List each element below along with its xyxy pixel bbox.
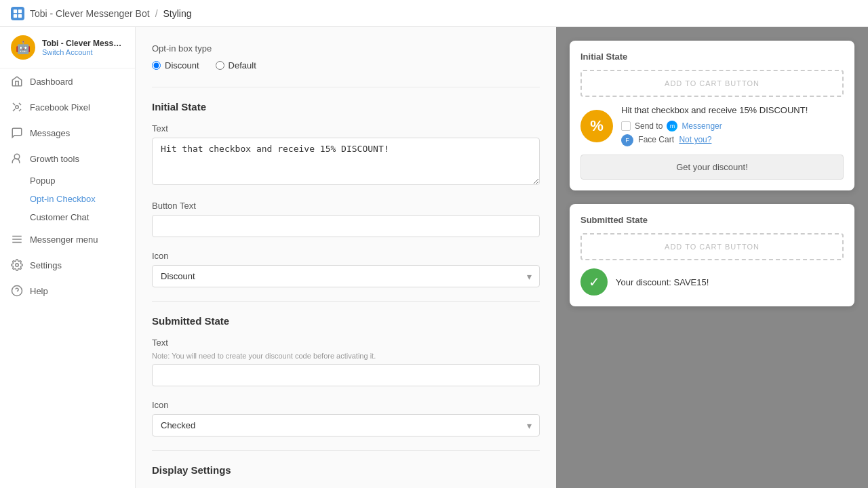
svg-rect-0 <box>14 9 17 12</box>
messenger-check-row: Send to m Messenger <box>621 121 808 131</box>
initial-icon-group: Icon Discount Gift Star <box>152 251 540 287</box>
submitted-icon-group: Icon Checked Star Gift <box>152 400 540 436</box>
sidebar-item-growth-tools[interactable]: Growth tools <box>0 146 135 171</box>
display-settings-title: Display Settings <box>152 464 540 476</box>
avatar: 🤖 <box>11 35 35 60</box>
initial-button-text-label: Button Text <box>152 201 540 211</box>
submitted-text-group: Text Note: You will need to create your … <box>152 338 540 386</box>
sidebar-item-settings[interactable]: Settings <box>0 252 135 278</box>
radio-default[interactable]: Default <box>216 60 256 70</box>
home-icon <box>11 75 23 87</box>
sidebar-label-facebook-pixel: Facebook Pixel <box>30 102 90 113</box>
preview-panel: Initial State ADD TO CART BUTTON % Hit t… <box>556 27 868 488</box>
sidebar-label-messages: Messages <box>30 128 70 138</box>
svg-rect-2 <box>14 14 17 17</box>
sidebar-item-dashboard[interactable]: Dashboard <box>0 68 135 94</box>
topbar-bot-name: Tobi - Clever Messenger Bot <box>30 8 150 19</box>
sidebar-label-growth-tools: Growth tools <box>30 154 79 164</box>
sidebar-profile: 🤖 Tobi - Clever Messenger Bot Switch Acc… <box>0 27 135 68</box>
preview-initial-state-card: Initial State ADD TO CART BUTTON % Hit t… <box>570 41 854 190</box>
radio-discount-label: Discount <box>165 60 199 70</box>
submitted-icon-select[interactable]: Checked Star Gift <box>152 414 540 436</box>
face-cart-label: Face Cart <box>638 135 674 144</box>
editor-panel: Opt-in box type Discount Default Initial… <box>136 27 556 488</box>
submitted-text-label: Text <box>152 338 540 348</box>
initial-text-input[interactable]: Hit that checkbox and receive 15% DISCOU… <box>152 138 540 185</box>
pixel-icon <box>11 101 23 113</box>
radio-default-input[interactable] <box>216 61 224 70</box>
not-you-link[interactable]: Not you? <box>679 135 711 144</box>
initial-state-section: Initial State Text Hit that checkbox and… <box>152 101 540 287</box>
face-cart-row: F Face Cart Not you? <box>621 134 808 146</box>
submitted-text-input[interactable]: Your discount: SAVE15! <box>152 364 540 386</box>
divider-1 <box>152 87 540 87</box>
initial-text-group: Text Hit that checkbox and receive 15% D… <box>152 123 540 187</box>
main-content: Opt-in box type Discount Default Initial… <box>136 27 868 488</box>
sidebar-label-settings: Settings <box>30 260 62 270</box>
initial-button-text-group: Button Text Get your discount! <box>152 201 540 237</box>
messenger-checkbox[interactable] <box>621 121 631 131</box>
preview-initial-state-title: Initial State <box>580 52 844 62</box>
help-icon <box>11 285 23 297</box>
check-icon: ✓ <box>580 268 608 296</box>
preview-submitted-state-title: Submitted State <box>580 215 844 225</box>
sidebar-item-help[interactable]: Help <box>0 278 135 304</box>
initial-button-text-input[interactable]: Get your discount! <box>152 215 540 237</box>
initial-text-label: Text <box>152 123 540 134</box>
discount-icon: % <box>580 110 613 142</box>
profile-name: Tobi - Clever Messenger Bot <box>42 39 124 48</box>
sidebar-label-help: Help <box>30 286 48 296</box>
switch-account-link[interactable]: Switch Account <box>42 48 124 56</box>
topbar-separator: / <box>155 8 158 19</box>
divider-3 <box>152 450 540 451</box>
menu-icon <box>11 233 23 245</box>
initial-icon-select[interactable]: Discount Gift Star <box>152 265 540 287</box>
messenger-label: Messenger <box>682 121 722 131</box>
submitted-row: ✓ Your discount: SAVE15! <box>580 268 844 296</box>
svg-point-8 <box>16 264 19 267</box>
logo-icon <box>11 7 24 20</box>
messenger-icon: m <box>667 121 677 131</box>
settings-icon <box>11 259 23 271</box>
opt-in-box-type-radio-group: Discount Default <box>152 60 540 70</box>
sidebar-item-customer-chat[interactable]: Customer Chat <box>0 208 135 226</box>
sidebar-item-messenger-menu[interactable]: Messenger menu <box>0 226 135 252</box>
opt-in-box-type-section: Opt-in box type Discount Default <box>152 43 540 70</box>
submitted-text-note: Note: You will need to create your disco… <box>152 352 540 360</box>
display-settings-section: Display Settings Font Size, px 14 Font S… <box>152 464 540 488</box>
topbar-page-name: Styling <box>163 8 192 19</box>
preview-discount-details: Hit that checkbox and receive 15% DISCOU… <box>621 105 808 146</box>
sidebar-item-popup[interactable]: Popup <box>0 171 135 190</box>
sidebar-label-messenger-menu: Messenger menu <box>30 235 98 245</box>
sidebar-item-facebook-pixel[interactable]: Facebook Pixel <box>0 94 135 120</box>
opt-in-box-type-label: Opt-in box type <box>152 43 540 54</box>
divider-2 <box>152 301 540 302</box>
initial-icon-label: Icon <box>152 251 540 261</box>
face-cart-avatar: F <box>621 134 633 146</box>
svg-rect-1 <box>18 9 22 12</box>
radio-discount-input[interactable] <box>152 61 161 70</box>
initial-state-title: Initial State <box>152 101 540 113</box>
submitted-icon-label: Icon <box>152 400 540 410</box>
growth-icon <box>11 152 23 165</box>
discount-percent: % <box>590 117 604 135</box>
messages-icon <box>11 127 23 139</box>
preview-add-to-cart-submitted: ADD TO CART BUTTON <box>580 233 844 260</box>
send-to-label: Send to <box>635 121 663 131</box>
preview-discount-text: Hit that checkbox and receive 15% DISCOU… <box>621 105 808 115</box>
topbar: Tobi - Clever Messenger Bot / Styling <box>0 0 868 27</box>
sidebar-item-opt-in-checkbox[interactable]: Opt-in Checkbox <box>0 190 135 208</box>
sidebar-item-messages[interactable]: Messages <box>0 120 135 146</box>
get-discount-button[interactable]: Get your discount! <box>580 155 844 180</box>
sidebar: 🤖 Tobi - Clever Messenger Bot Switch Acc… <box>0 27 136 488</box>
initial-icon-select-wrapper: Discount Gift Star <box>152 265 540 287</box>
sidebar-label-dashboard: Dashboard <box>30 77 73 87</box>
submitted-icon-select-wrapper: Checked Star Gift <box>152 414 540 436</box>
preview-submitted-state-card: Submitted State ADD TO CART BUTTON ✓ You… <box>570 204 854 306</box>
svg-rect-3 <box>18 14 22 17</box>
submitted-state-section: Submitted State Text Note: You will need… <box>152 315 540 436</box>
submitted-discount-text: Your discount: SAVE15! <box>616 277 709 287</box>
preview-add-to-cart-initial: ADD TO CART BUTTON <box>580 70 844 97</box>
preview-discount-row: % Hit that checkbox and receive 15% DISC… <box>580 105 844 146</box>
radio-discount[interactable]: Discount <box>152 60 199 70</box>
